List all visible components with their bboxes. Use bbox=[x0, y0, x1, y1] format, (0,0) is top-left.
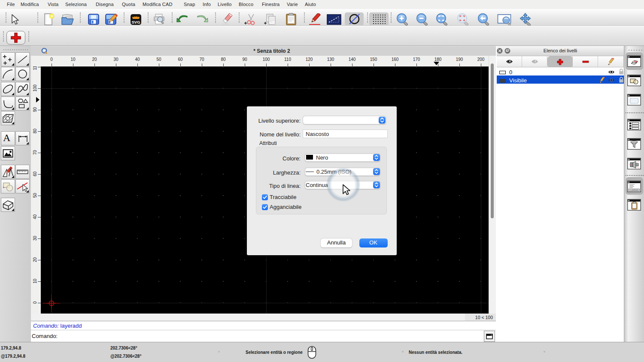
svg-text:SVG: SVG bbox=[131, 20, 140, 24]
svg-text:c command: c command bbox=[630, 189, 638, 191]
